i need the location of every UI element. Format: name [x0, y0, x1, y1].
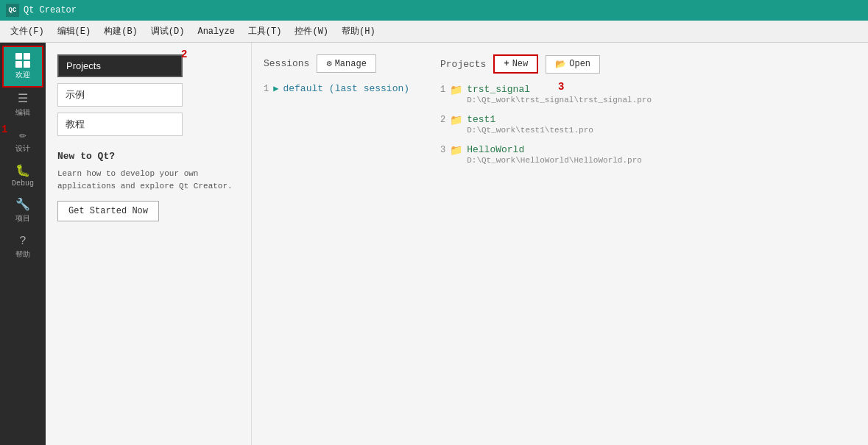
new-project-button[interactable]: + New — [493, 54, 538, 74]
session-link[interactable]: default (last session) — [283, 83, 409, 94]
sidebar-item-design[interactable]: ✏ 设计 — [2, 124, 43, 160]
projects-header: Projects + New 📂 Open — [440, 54, 652, 74]
folder-icon-2: 📁 — [450, 114, 462, 127]
debug-icon: 🐛 — [15, 165, 30, 177]
annotation-2: 2 — [181, 49, 187, 60]
project-item: 3 📁 HelloWorld D:\Qt_work\HelloWorld\Hel… — [440, 144, 652, 165]
new-to-qt-description: Learn how to develop your own applicatio… — [57, 168, 239, 192]
main-layout: 1 欢迎 ☰ 编辑 ✏ 设计 🐛 Debug — [0, 43, 868, 445]
session-num: 1 — [264, 84, 269, 94]
gear-icon: ⚙ — [326, 58, 331, 69]
section-projects-btn[interactable]: Projects — [57, 54, 183, 77]
annotation-3: 3 — [558, 81, 564, 93]
projects-list-title: Projects — [440, 59, 486, 70]
menu-bar: 文件(F) 编辑(E) 构建(B) 调试(D) Analyze 工具(T) 控件… — [0, 21, 868, 43]
project-num-2: 2 — [440, 115, 445, 125]
project-path-1: D:\Qt_work\trst_signal\trst_signal.pro — [467, 96, 652, 104]
folder-icon-3: 📁 — [450, 144, 462, 157]
manage-sessions-button[interactable]: ⚙ Manage — [317, 54, 375, 73]
manage-label: Manage — [335, 59, 367, 69]
edit-icon: ☰ — [18, 93, 28, 105]
sidebar-projects-label: 项目 — [15, 213, 30, 224]
menu-file[interactable]: 文件(F) — [4, 22, 50, 40]
content-area: 2 3 Projects 示例 教程 New to Qt? Learn how … — [46, 43, 868, 445]
app-logo: QC — [6, 4, 19, 17]
project-name-2[interactable]: test1 — [467, 114, 593, 125]
sessions-header: Sessions ⚙ Manage — [264, 54, 411, 73]
play-icon: ▶ — [273, 83, 278, 94]
sidebar-edit-label: 编辑 — [15, 107, 30, 118]
new-label: New — [512, 59, 529, 69]
open-project-button[interactable]: 📂 Open — [546, 55, 600, 74]
annotation-1: 1 — [1, 124, 7, 135]
project-item: 1 📁 trst_signal D:\Qt_work\trst_signal\t… — [440, 84, 652, 105]
session-item: 1 ▶ default (last session) — [264, 83, 411, 94]
sidebar-debug-label: Debug — [12, 179, 34, 188]
app-title: Qt Creator — [24, 5, 77, 15]
get-started-button[interactable]: Get Started Now — [57, 201, 159, 221]
project-path-2: D:\Qt_work\test1\test1.pro — [467, 126, 593, 135]
new-to-qt-title: New to Qt? — [57, 151, 239, 162]
project-info-3: HelloWorld D:\Qt_work\HelloWorld\HelloWo… — [467, 144, 642, 165]
sidebar-design-label: 设计 — [15, 143, 30, 154]
menu-analyze[interactable]: Analyze — [191, 24, 240, 40]
sidebar-item-debug[interactable]: 🐛 Debug — [2, 160, 43, 193]
projects-icon: 🔧 — [15, 199, 30, 211]
sessions-projects-area: Sessions ⚙ Manage 1 ▶ default (last sess… — [252, 43, 868, 445]
sidebar: 欢迎 ☰ 编辑 ✏ 设计 🐛 Debug 🔧 项目 — [0, 43, 46, 266]
sidebar-item-help[interactable]: ? 帮助 — [2, 229, 43, 266]
menu-debug[interactable]: 调试(D) — [145, 22, 191, 40]
project-num-1: 1 — [440, 85, 445, 95]
sessions-title: Sessions — [264, 58, 309, 69]
project-item: 2 📁 test1 D:\Qt_work\test1\test1.pro — [440, 114, 652, 135]
menu-tools[interactable]: 工具(T) — [242, 22, 288, 40]
sidebar-welcome-label: 欢迎 — [15, 70, 30, 80]
section-examples-btn[interactable]: 示例 — [57, 83, 183, 107]
sidebar-help-label: 帮助 — [15, 249, 30, 260]
sessions-section: Sessions ⚙ Manage 1 ▶ default (last sess… — [264, 54, 411, 433]
welcome-grid-icon — [15, 53, 30, 68]
menu-build[interactable]: 构建(B) — [98, 22, 144, 40]
open-label: Open — [569, 59, 590, 69]
sidebar-item-welcome[interactable]: 欢迎 — [2, 46, 43, 88]
title-bar: QC Qt Creator — [0, 0, 868, 21]
section-tutorials-btn[interactable]: 教程 — [57, 113, 183, 136]
plus-icon: + — [504, 59, 509, 69]
help-icon: ? — [19, 235, 27, 247]
folder-open-icon: 📂 — [555, 59, 566, 70]
folder-icon-1: 📁 — [450, 84, 462, 96]
welcome-panel: Projects 示例 教程 New to Qt? Learn how to d… — [46, 43, 252, 445]
design-icon: ✏ — [19, 129, 27, 141]
menu-edit[interactable]: 编辑(E) — [52, 22, 97, 40]
project-num-3: 3 — [440, 145, 445, 155]
sidebar-item-projects[interactable]: 🔧 项目 — [2, 193, 43, 229]
sidebar-item-edit[interactable]: ☰ 编辑 — [2, 88, 43, 124]
projects-list-section: Projects + New 📂 Open 1 📁 trst_sig — [440, 54, 652, 433]
project-info-2: test1 D:\Qt_work\test1\test1.pro — [467, 114, 593, 135]
project-name-3[interactable]: HelloWorld — [467, 144, 642, 155]
new-to-qt-section: New to Qt? Learn how to develop your own… — [57, 151, 239, 221]
project-path-3: D:\Qt_work\HelloWorld\HelloWorld.pro — [467, 156, 642, 165]
menu-help[interactable]: 帮助(H) — [336, 22, 381, 40]
menu-controls[interactable]: 控件(W) — [289, 22, 334, 40]
